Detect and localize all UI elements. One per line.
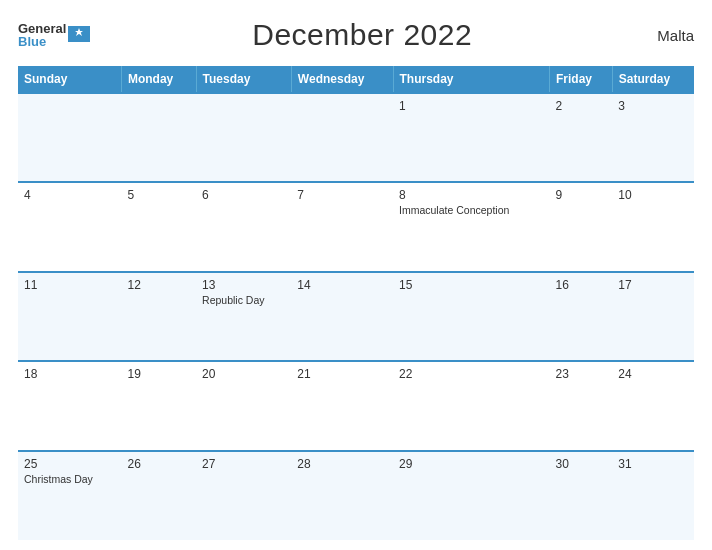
calendar-country: Malta: [634, 27, 694, 44]
calendar-day-cell: 12: [121, 272, 196, 361]
calendar-day-cell: 16: [550, 272, 613, 361]
day-number: 6: [202, 188, 285, 202]
col-friday: Friday: [550, 66, 613, 93]
col-sunday: Sunday: [18, 66, 121, 93]
day-number: 16: [556, 278, 607, 292]
day-number: 15: [399, 278, 544, 292]
day-number: 29: [399, 457, 544, 471]
calendar-day-cell: 7: [291, 182, 393, 271]
calendar-day-cell: 14: [291, 272, 393, 361]
day-number: 10: [618, 188, 688, 202]
col-thursday: Thursday: [393, 66, 550, 93]
day-number: 19: [127, 367, 190, 381]
day-number: 27: [202, 457, 285, 471]
calendar-day-cell: [291, 93, 393, 182]
day-number: 4: [24, 188, 115, 202]
calendar-day-cell: 31: [612, 451, 694, 540]
calendar-week-row: 123: [18, 93, 694, 182]
day-number: 13: [202, 278, 285, 292]
calendar-day-cell: 21: [291, 361, 393, 450]
calendar-day-cell: 27: [196, 451, 291, 540]
calendar-day-cell: 25Christmas Day: [18, 451, 121, 540]
calendar-day-cell: 26: [121, 451, 196, 540]
calendar-day-cell: [196, 93, 291, 182]
calendar-day-cell: 4: [18, 182, 121, 271]
col-tuesday: Tuesday: [196, 66, 291, 93]
day-number: 31: [618, 457, 688, 471]
weekday-header-row: Sunday Monday Tuesday Wednesday Thursday…: [18, 66, 694, 93]
calendar-week-row: 25Christmas Day262728293031: [18, 451, 694, 540]
day-number: 28: [297, 457, 387, 471]
day-number: 2: [556, 99, 607, 113]
calendar-day-cell: 29: [393, 451, 550, 540]
calendar-day-cell: 23: [550, 361, 613, 450]
calendar-day-cell: 28: [291, 451, 393, 540]
calendar-day-cell: 20: [196, 361, 291, 450]
calendar-week-row: 45678Immaculate Conception910: [18, 182, 694, 271]
calendar-header: General Blue December 2022 Malta: [18, 18, 694, 52]
day-number: 11: [24, 278, 115, 292]
calendar-day-cell: 30: [550, 451, 613, 540]
day-number: 20: [202, 367, 285, 381]
calendar-thead: Sunday Monday Tuesday Wednesday Thursday…: [18, 66, 694, 93]
calendar-day-cell: 15: [393, 272, 550, 361]
holiday-label: Immaculate Conception: [399, 204, 544, 218]
day-number: 3: [618, 99, 688, 113]
calendar-day-cell: 1: [393, 93, 550, 182]
calendar-day-cell: 6: [196, 182, 291, 271]
day-number: 14: [297, 278, 387, 292]
col-monday: Monday: [121, 66, 196, 93]
calendar-page: General Blue December 2022 Malta Sunday …: [0, 0, 712, 550]
calendar-tbody: 12345678Immaculate Conception910111213Re…: [18, 93, 694, 540]
day-number: 9: [556, 188, 607, 202]
calendar-day-cell: 9: [550, 182, 613, 271]
calendar-day-cell: 5: [121, 182, 196, 271]
day-number: 25: [24, 457, 115, 471]
calendar-day-cell: 10: [612, 182, 694, 271]
calendar-week-row: 18192021222324: [18, 361, 694, 450]
calendar-day-cell: [18, 93, 121, 182]
holiday-label: Christmas Day: [24, 473, 115, 487]
day-number: 12: [127, 278, 190, 292]
holiday-label: Republic Day: [202, 294, 285, 308]
calendar-title: December 2022: [90, 18, 634, 52]
calendar-table: Sunday Monday Tuesday Wednesday Thursday…: [18, 66, 694, 540]
day-number: 7: [297, 188, 387, 202]
calendar-day-cell: [121, 93, 196, 182]
day-number: 1: [399, 99, 544, 113]
day-number: 22: [399, 367, 544, 381]
day-number: 18: [24, 367, 115, 381]
calendar-day-cell: 22: [393, 361, 550, 450]
calendar-day-cell: 13Republic Day: [196, 272, 291, 361]
calendar-day-cell: 11: [18, 272, 121, 361]
calendar-day-cell: 3: [612, 93, 694, 182]
day-number: 26: [127, 457, 190, 471]
calendar-day-cell: 18: [18, 361, 121, 450]
logo: General Blue: [18, 22, 90, 48]
calendar-week-row: 111213Republic Day14151617: [18, 272, 694, 361]
calendar-day-cell: 24: [612, 361, 694, 450]
col-wednesday: Wednesday: [291, 66, 393, 93]
logo-flag-icon: [68, 26, 90, 42]
col-saturday: Saturday: [612, 66, 694, 93]
calendar-day-cell: 2: [550, 93, 613, 182]
day-number: 8: [399, 188, 544, 202]
calendar-day-cell: 8Immaculate Conception: [393, 182, 550, 271]
logo-blue-text: Blue: [18, 35, 66, 48]
day-number: 23: [556, 367, 607, 381]
day-number: 24: [618, 367, 688, 381]
calendar-day-cell: 17: [612, 272, 694, 361]
day-number: 5: [127, 188, 190, 202]
day-number: 30: [556, 457, 607, 471]
day-number: 17: [618, 278, 688, 292]
day-number: 21: [297, 367, 387, 381]
calendar-day-cell: 19: [121, 361, 196, 450]
